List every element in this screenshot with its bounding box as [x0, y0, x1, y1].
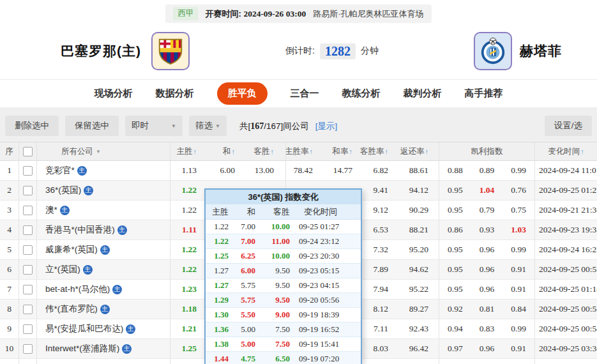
company-cell[interactable] [37, 359, 170, 364]
popup-draw-odds: 6.00 [232, 264, 259, 278]
home-badge: 主 [84, 186, 93, 195]
row-checkbox[interactable] [23, 186, 33, 195]
tab-data-analysis[interactable]: 数据分析 [156, 87, 194, 100]
payout-rate-cell: 88.21 [391, 220, 439, 239]
popup-change-time: 09-19 15:41 [294, 337, 361, 351]
home-odds-cell: 1.13 [170, 161, 200, 180]
home-badge: 主 [126, 324, 135, 334]
row-checkbox[interactable] [23, 344, 33, 354]
sort-asc-icon: ↑ [271, 148, 275, 155]
popup-draw-odds: 5.50 [232, 308, 259, 322]
row-checkbox-cell [19, 339, 37, 358]
away-team: 赫塔菲 [474, 32, 562, 70]
payout-rate-cell: 94.12 [391, 181, 439, 200]
teams-row: 巴塞罗那(主) 倒计时: 128 [0, 23, 597, 79]
table-header: 序 所有公司▼ 主胜↑ 和↑ 客胜↑ 主胜率↑ 和率↑ 客胜率↑ 返还率↑ 凯利… [0, 142, 597, 161]
home-badge: 主 [100, 245, 110, 255]
company-cell[interactable]: 36*(英国)主 [37, 181, 170, 200]
company-cell[interactable]: 澳*主 [37, 201, 170, 220]
tab-referee-analysis[interactable]: 裁判分析 [404, 87, 442, 100]
away-team-logo [474, 32, 512, 70]
row-checkbox[interactable] [23, 324, 33, 334]
popup-header-time: 变化时间 [294, 204, 361, 219]
home-odds-cell: 1.25 [170, 339, 200, 358]
company-cell[interactable]: bet-at-h*(马尔他)主 [37, 280, 170, 299]
row-checkbox[interactable] [23, 285, 33, 294]
tab-live-analysis[interactable]: 现场分析 [94, 87, 133, 100]
header-home-odds[interactable]: 主胜↑ [170, 142, 200, 160]
header-away-rate[interactable]: 客胜率↑ [356, 142, 391, 160]
popup-home-odds: 1.44 [206, 352, 232, 364]
row-checkbox[interactable] [23, 206, 33, 215]
popup-header-draw: 和 [232, 204, 259, 219]
header-draw-odds[interactable]: 和↑ [200, 142, 238, 160]
row-checkbox[interactable] [23, 166, 33, 176]
filter-dropdown[interactable]: 筛选▼ [189, 116, 227, 136]
company-cell[interactable]: 竞彩官*主 [37, 161, 170, 180]
row-checkbox-cell [19, 260, 37, 279]
popup-history-row: 1.30 5.50 9.00 09-19 18:39 [206, 308, 361, 322]
header-change-time[interactable]: 变化时间↑ [535, 142, 597, 160]
tab-three-in-one[interactable]: 三合一 [291, 87, 319, 100]
row-checkbox[interactable] [23, 225, 33, 235]
home-odds-cell [170, 359, 200, 364]
league-badge: 西甲 [173, 7, 198, 20]
header-company[interactable]: 所有公司▼ [37, 142, 170, 160]
popup-change-time: 09-19 18:39 [294, 308, 361, 322]
row-checkbox[interactable] [23, 245, 33, 255]
popup-history-row: 1.44 4.75 6.50 09-19 07:20 [206, 352, 361, 364]
popup-draw-odds: 5.75 [232, 293, 259, 307]
countdown-unit: 分钟 [361, 45, 379, 57]
row-checkbox-cell [19, 181, 37, 200]
header-home-rate[interactable]: 主胜率↑ [286, 142, 316, 160]
header-checkbox-cell [19, 142, 37, 160]
popup-away-odds: 11.00 [259, 234, 294, 248]
company-name: 立*(英国) [45, 264, 80, 275]
keep-selected-button[interactable]: 保留选中 [65, 116, 119, 136]
popup-draw-odds: 7.00 [232, 234, 259, 248]
odds-content: 删除选中 保留选中 即时▼ 筛选▼ 共[167/167]间公司 [显示] 设置/… [0, 107, 597, 364]
show-link[interactable]: [显示] [315, 116, 338, 132]
time-filter-dropdown[interactable]: 即时▼ [125, 116, 183, 136]
sort-asc-icon: ↑ [385, 148, 389, 155]
company-cell[interactable]: Interwet*(塞浦路斯)主 [37, 339, 170, 358]
home-team: 巴塞罗那(主) [61, 32, 190, 70]
company-cell[interactable]: 立*(英国)主 [37, 260, 170, 279]
company-cell[interactable]: 伟*(直布罗陀)主 [37, 300, 170, 319]
delete-selected-button[interactable]: 删除选中 [5, 116, 59, 136]
change-time-cell: 2024-09-25 01:18 [535, 280, 597, 299]
popup-away-odds: 9.00 [259, 308, 294, 322]
select-all-checkbox[interactable] [23, 147, 33, 156]
venue-name: 路易斯·孔帕尼奥林匹亚体育场 [313, 8, 423, 20]
row-checkbox[interactable] [23, 305, 33, 314]
company-name: 易*(安提瓜和巴布达) [45, 323, 123, 335]
popup-title: 36*(英国) 指数变化 [206, 190, 361, 204]
company-cell[interactable]: 易*(安提瓜和巴布达)主 [37, 319, 170, 338]
popup-draw-odds: 6.25 [232, 249, 259, 263]
row-checkbox-cell [19, 300, 37, 319]
home-badge: 主 [117, 225, 127, 235]
home-odds-cell: 1.22 [170, 201, 200, 220]
popup-change-time: 09-23 04:15 [294, 278, 361, 292]
tab-expert-picks[interactable]: 高手推荐 [465, 87, 503, 100]
home-odds-cell: 1.22 [170, 181, 200, 200]
home-odds-cell: 1.21 [170, 319, 200, 338]
kelly-cell: 0.951.040.76 [439, 181, 535, 200]
company-cell[interactable]: 威廉希*(英国)主 [37, 240, 170, 259]
popup-home-odds: 1.22 [206, 234, 232, 248]
company-cell[interactable]: 香港马*(中国香港)主 [37, 220, 170, 239]
tab-coach-analysis[interactable]: 教练分析 [342, 87, 381, 100]
header-away-odds[interactable]: 客胜↑ [238, 142, 286, 160]
header-payout-rate[interactable]: 返还率↑ [391, 142, 439, 160]
popup-change-time: 09-19 16:52 [294, 322, 361, 337]
popup-home-odds: 1.36 [206, 322, 232, 337]
kelly-cell: 0.950.960.91 [439, 260, 535, 279]
home-odds-cell: 1.22 [170, 240, 200, 259]
header-draw-rate[interactable]: 和率↑ [316, 142, 356, 160]
tab-win-draw-loss[interactable]: 胜平负 [217, 82, 268, 105]
popup-history-row: 1.27 6.00 9.50 09-23 05:15 [206, 264, 361, 278]
home-odds-cell: 1.18 [170, 300, 200, 319]
home-odds-cell: 1.23 [170, 280, 200, 299]
row-checkbox[interactable] [23, 265, 33, 275]
settings-button[interactable]: 设置/选 [545, 116, 592, 136]
